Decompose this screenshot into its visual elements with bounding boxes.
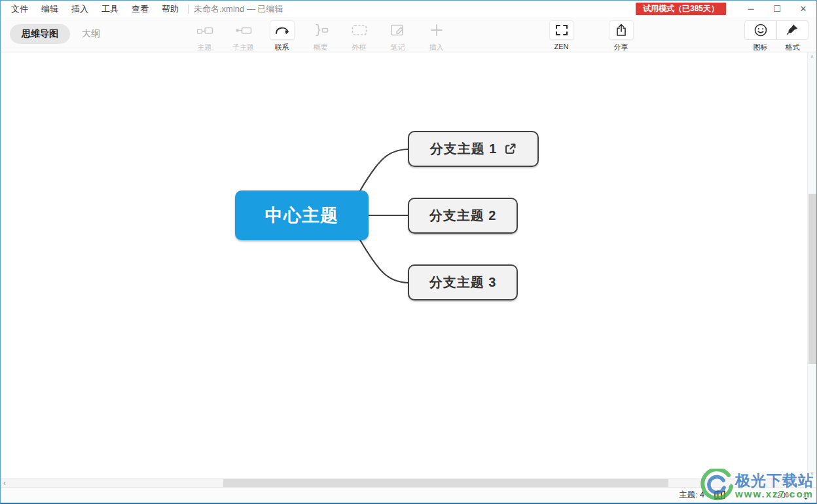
central-topic-text: 中心主题 (265, 204, 338, 227)
share-icon (609, 20, 634, 40)
subtopic-button[interactable]: 子主题 (224, 20, 263, 52)
hyperlink-icon[interactable] (503, 143, 517, 156)
menu-insert[interactable]: 插入 (65, 3, 95, 15)
subtopic-icon (231, 20, 256, 40)
icon-panel-button[interactable]: 图标 (744, 20, 776, 52)
subtopic-label: 子主题 (232, 43, 254, 52)
format-panel-label: 格式 (786, 43, 800, 52)
vertical-scrollbar[interactable]: ∧ ∨ (807, 52, 816, 478)
summary-icon (308, 20, 333, 40)
branch-topic-3-text: 分支主题 3 (429, 274, 497, 291)
tab-outline[interactable]: 大纲 (82, 28, 100, 40)
relationship-label: 联系 (275, 43, 289, 52)
zoom-in-button[interactable]: + (753, 490, 763, 501)
relationship-button[interactable]: 联系 (263, 20, 301, 52)
boundary-label: 外框 (352, 43, 367, 52)
right-panels: 图标 格式 (744, 20, 808, 52)
notes-button[interactable]: 笔记 (378, 20, 417, 52)
menu-edit[interactable]: 编辑 (35, 3, 65, 15)
insert-button[interactable]: 插入 (417, 20, 456, 52)
zen-mode-button[interactable]: ZEN (542, 20, 581, 50)
vertical-scrollbar-thumb[interactable] (808, 194, 816, 364)
branch-topic-2-text: 分支主题 2 (429, 207, 497, 225)
toolbar: 思维导图 大纲 主题 子主题 (1, 17, 816, 52)
map-overview-icon[interactable] (714, 490, 726, 501)
topic-button[interactable]: 主题 (185, 20, 224, 52)
topic-label: 主题 (198, 43, 212, 52)
status-bar: 主题: 4 − + 120% (1, 487, 816, 503)
xmind-window: 文件 编辑 插入 工具 查看 帮助 未命名.xmind — 已编辑 试用模式（已… (0, 0, 817, 504)
summary-label: 概要 (314, 43, 328, 52)
minimize-button[interactable]: ─ (738, 1, 764, 17)
menu-separator (188, 5, 189, 14)
branch-topic-1-text: 分支主题 1 (430, 140, 498, 158)
zen-label: ZEN (554, 43, 569, 50)
smiley-icon (744, 20, 776, 40)
zoom-stepper-icon[interactable] (802, 491, 810, 500)
menu-tools[interactable]: 工具 (95, 3, 125, 15)
tool-group: 主题 子主题 联系 (185, 20, 456, 52)
insert-label: 插入 (429, 43, 444, 52)
scroll-left-arrow-icon[interactable]: ‹ (3, 478, 6, 487)
document-title: 未命名.xmind — 已编辑 (194, 3, 283, 15)
branch-topic-2-node[interactable]: 分支主题 2 (408, 198, 518, 234)
zoom-level[interactable]: 120% (772, 491, 793, 500)
mindmap-canvas[interactable]: 中心主题 分支主题 1 分支主题 2 分支主题 3 ∧ ∨ ‹ (1, 52, 816, 487)
icon-panel-label: 图标 (753, 43, 768, 52)
close-button[interactable]: ✕ (790, 1, 816, 17)
trial-mode-badge[interactable]: 试用模式（已385天） (636, 3, 726, 15)
window-controls: ─ ☐ ✕ (738, 1, 816, 17)
scroll-up-arrow-icon[interactable]: ∧ (808, 54, 816, 60)
topic-icon (192, 20, 217, 40)
summary-button[interactable]: 概要 (301, 20, 340, 52)
maximize-button[interactable]: ☐ (764, 1, 790, 17)
tab-mindmap[interactable]: 思维导图 (10, 24, 70, 44)
horizontal-scrollbar-thumb[interactable] (223, 479, 668, 487)
zoom-out-button[interactable]: − (735, 490, 744, 501)
zen-icon (549, 20, 574, 40)
insert-plus-icon (424, 20, 449, 40)
paintbrush-icon (776, 20, 808, 40)
notes-icon (386, 20, 410, 40)
menu-view[interactable]: 查看 (125, 3, 155, 15)
horizontal-scrollbar[interactable]: ‹ (1, 478, 807, 487)
format-panel-button[interactable]: 格式 (776, 20, 808, 52)
relationship-icon (270, 20, 295, 40)
title-bar: 文件 编辑 插入 工具 查看 帮助 未命名.xmind — 已编辑 试用模式（已… (1, 1, 816, 17)
boundary-button[interactable]: 外框 (340, 20, 378, 52)
share-button[interactable]: 分享 (602, 20, 640, 52)
boundary-icon (347, 20, 372, 40)
branch-topic-1-node[interactable]: 分支主题 1 (408, 131, 539, 167)
menu-file[interactable]: 文件 (1, 3, 35, 15)
topic-count: 主题: 4 (679, 490, 704, 501)
view-tabs: 思维导图 大纲 (10, 24, 185, 44)
notes-label: 笔记 (391, 43, 405, 52)
scroll-down-arrow-icon[interactable]: ∨ (808, 471, 816, 477)
share-label: 分享 (614, 43, 628, 52)
branch-topic-3-node[interactable]: 分支主题 3 (408, 264, 518, 300)
central-topic-node[interactable]: 中心主题 (235, 190, 369, 240)
menu-help[interactable]: 帮助 (155, 3, 185, 15)
